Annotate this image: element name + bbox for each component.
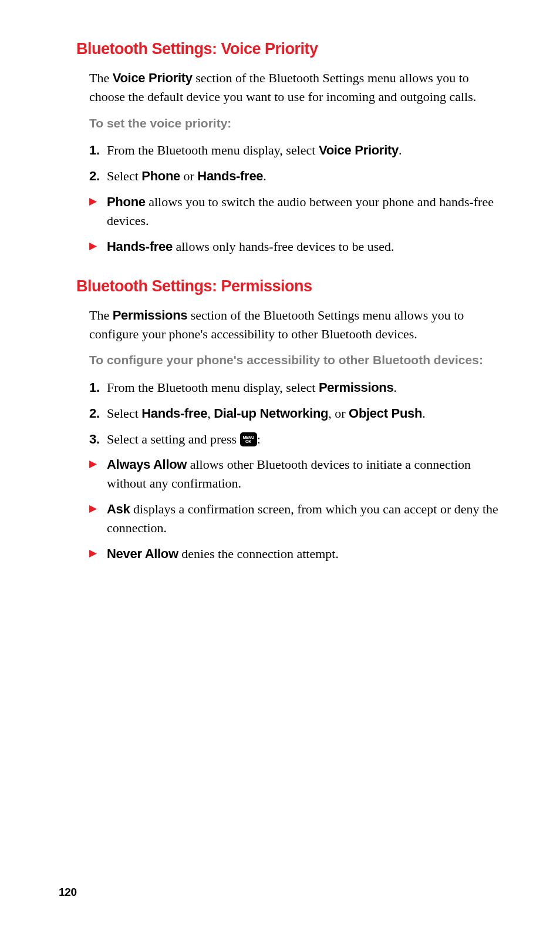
bullet-body: Ask displays a confirmation screen, from… (107, 500, 501, 537)
sub-instruction: To configure your phone's accessibility … (89, 351, 501, 368)
key-label-ok: OK (245, 439, 252, 444)
bold-text: Never Allow (107, 546, 178, 561)
step-item: 3. Select a setting and press MENUOK: (89, 430, 501, 449)
text: Select (107, 406, 141, 421)
bold-text: Dial-up Networking (214, 406, 328, 421)
menu-ok-key-icon: MENUOK (240, 432, 257, 446)
step-body: From the Bluetooth menu display, select … (107, 378, 501, 397)
bold-text: Voice Priority (319, 143, 399, 157)
bold-text: Object Push (349, 406, 422, 421)
text: : (257, 432, 261, 446)
bold-text: Phone (141, 169, 180, 183)
step-item: 1. From the Bluetooth menu display, sele… (89, 378, 501, 397)
bullet-body: Hands-free allows only hands-free device… (107, 237, 501, 256)
text: . (399, 143, 402, 157)
bullet-item: ▶ Ask displays a confirmation screen, fr… (89, 500, 501, 537)
bold-text: Voice Priority (113, 70, 193, 85)
step-number: 2. (89, 404, 107, 423)
step-body: From the Bluetooth menu display, select … (107, 141, 501, 160)
text: allows you to switch the audio between y… (107, 194, 494, 228)
text: Select (107, 169, 141, 183)
bold-text: Phone (107, 194, 146, 209)
bullet-item: ▶ Never Allow denies the connection atte… (89, 545, 501, 563)
section-body: The Voice Priority section of the Blueto… (76, 69, 501, 256)
text: . (393, 380, 397, 395)
step-body: Select Hands-free, Dial-up Networking, o… (107, 404, 501, 423)
text: . (422, 406, 426, 421)
step-number: 3. (89, 430, 107, 449)
triangle-bullet-icon: ▶ (89, 193, 107, 230)
triangle-bullet-icon: ▶ (89, 455, 107, 493)
text: or (180, 169, 197, 183)
document-page: Bluetooth Settings: Voice Priority The V… (0, 0, 560, 563)
text: Select a setting and press (107, 432, 240, 446)
bullet-item: ▶ Hands-free allows only hands-free devi… (89, 237, 501, 256)
bold-text: Always Allow (107, 457, 187, 472)
text: displays a confirmation screen, from whi… (107, 502, 498, 535)
step-item: 2. Select Hands-free, Dial-up Networking… (89, 404, 501, 423)
text: From the Bluetooth menu display, select (107, 380, 319, 395)
bold-text: Permissions (113, 308, 188, 322)
step-number: 1. (89, 141, 107, 160)
section-heading-voice-priority: Bluetooth Settings: Voice Priority (76, 40, 501, 58)
text: , or (328, 406, 349, 421)
step-number: 2. (89, 167, 107, 186)
page-number: 120 (59, 886, 77, 899)
key-label-menu: MENU (242, 435, 254, 439)
section-heading-permissions: Bluetooth Settings: Permissions (76, 277, 501, 295)
bold-text: Ask (107, 502, 130, 516)
text: denies the connection attempt. (178, 546, 339, 561)
triangle-bullet-icon: ▶ (89, 237, 107, 256)
step-item: 1. From the Bluetooth menu display, sele… (89, 141, 501, 160)
step-body: Select Phone or Hands-free. (107, 167, 501, 186)
bold-text: Permissions (319, 380, 394, 395)
intro-paragraph: The Voice Priority section of the Blueto… (89, 69, 501, 106)
bullet-item: ▶ Phone allows you to switch the audio b… (89, 193, 501, 230)
intro-paragraph: The Permissions section of the Bluetooth… (89, 306, 501, 344)
bullet-item: ▶ Always Allow allows other Bluetooth de… (89, 455, 501, 493)
step-item: 2. Select Phone or Hands-free. (89, 167, 501, 186)
triangle-bullet-icon: ▶ (89, 500, 107, 537)
bold-text: Hands-free (141, 406, 207, 421)
section-body: The Permissions section of the Bluetooth… (76, 306, 501, 563)
bold-text: Hands-free (197, 169, 263, 183)
text: allows only hands-free devices to be use… (173, 239, 394, 254)
bold-text: Hands-free (107, 239, 173, 254)
bullet-body: Never Allow denies the connection attemp… (107, 545, 501, 563)
bullet-body: Phone allows you to switch the audio bet… (107, 193, 501, 230)
text: The (89, 70, 113, 85)
bullet-body: Always Allow allows other Bluetooth devi… (107, 455, 501, 493)
text: . (263, 169, 266, 183)
text: The (89, 308, 113, 322)
triangle-bullet-icon: ▶ (89, 545, 107, 563)
step-number: 1. (89, 378, 107, 397)
step-body: Select a setting and press MENUOK: (107, 430, 501, 449)
sub-instruction: To set the voice priority: (89, 115, 501, 132)
text: From the Bluetooth menu display, select (107, 143, 319, 157)
text: , (207, 406, 214, 421)
